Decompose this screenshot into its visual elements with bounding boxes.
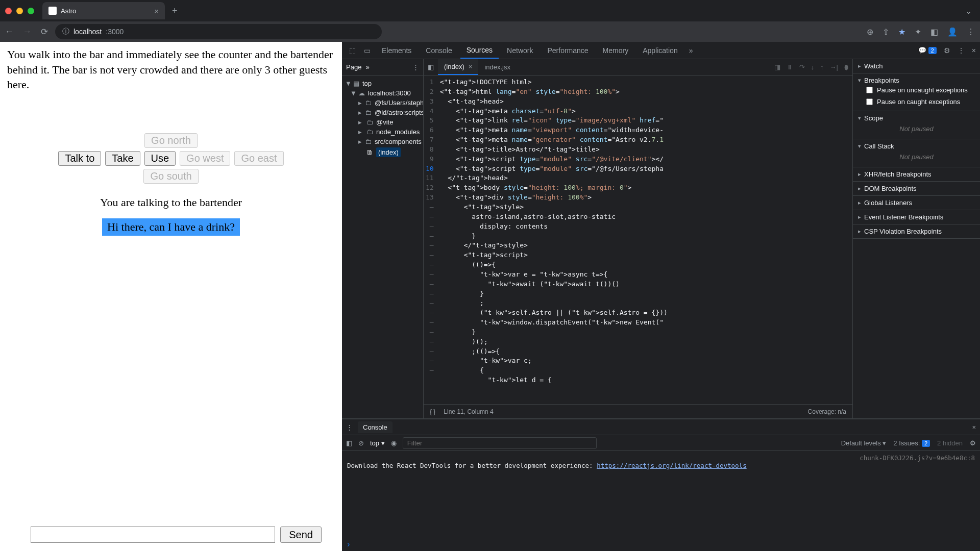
go-west-button[interactable]: Go west — [180, 151, 230, 166]
tab-memory[interactable]: Memory — [597, 42, 635, 59]
live-expression-icon[interactable]: ◉ — [391, 439, 397, 447]
section-callstack[interactable]: Call Stack — [864, 142, 894, 150]
console-output[interactable]: chunk-DFK0J226.js?v=9e6b4e8c:8 Download … — [342, 451, 980, 538]
command-input[interactable] — [31, 527, 275, 543]
talk-to-button[interactable]: Talk to — [58, 151, 101, 166]
share-icon[interactable]: ⇧ — [883, 27, 889, 37]
console-filter-input[interactable] — [403, 437, 597, 449]
section-global[interactable]: Global Listeners — [864, 199, 912, 207]
console-tab[interactable]: Console — [358, 421, 393, 433]
forward-icon[interactable]: → — [23, 27, 32, 37]
devtools-tabbar: ⬚ ▭ Elements Console Sources Network Per… — [342, 42, 980, 59]
console-prompt[interactable]: › — [342, 538, 980, 551]
tree-host[interactable]: localhost:3000 — [368, 89, 411, 97]
navigator-menu-icon[interactable]: ⋮ — [412, 63, 419, 71]
deactivate-breakpoints-icon[interactable]: ⬮ — [844, 63, 848, 71]
minimize-window-icon[interactable] — [16, 8, 23, 14]
section-scope[interactable]: Scope — [864, 114, 883, 122]
close-editor-tab-icon[interactable]: × — [469, 63, 473, 70]
tree-folder[interactable]: @vite — [376, 118, 393, 126]
clear-console-icon[interactable]: ⊘ — [358, 439, 364, 447]
more-tabs-icon[interactable]: » — [686, 46, 696, 55]
navigator-more-icon[interactable]: » — [365, 63, 369, 71]
tab-performance[interactable]: Performance — [541, 42, 594, 59]
section-dom[interactable]: DOM Breakpoints — [864, 185, 917, 192]
issues-indicator[interactable]: 💬2 — [918, 46, 937, 54]
device-toggle-icon[interactable]: ▭ — [361, 46, 374, 55]
toggle-sidebar-icon[interactable]: ◨ — [774, 63, 780, 71]
devtools-menu-icon[interactable]: ⋮ — [958, 46, 965, 55]
log-levels-dropdown[interactable]: Default levels ▾ — [841, 439, 887, 447]
go-north-button[interactable]: Go north — [144, 133, 198, 148]
section-breakpoints[interactable]: Breakpoints — [864, 77, 899, 84]
console-menu-icon[interactable]: ⋮ — [346, 423, 353, 431]
address-bar[interactable]: ⓘ localhost:3000 — [55, 24, 382, 39]
inspect-icon[interactable]: ⬚ — [346, 46, 359, 55]
source-editor: ◧ (index)× index.jsx ◨ ⏸ ↷ ↓ ↑ →| ⬮ — [424, 59, 852, 418]
close-devtools-icon[interactable]: × — [972, 46, 976, 55]
take-button[interactable]: Take — [105, 151, 140, 166]
editor-tab-index[interactable]: (index)× — [438, 59, 478, 75]
step-over-icon[interactable]: ↷ — [799, 63, 805, 71]
step-out-icon[interactable]: ↑ — [820, 63, 824, 71]
line-gutter[interactable]: 12345678910111213–––––––––––––––––– — [424, 76, 438, 404]
pause-uncaught-checkbox[interactable]: Pause on uncaught exceptions — [858, 84, 975, 96]
navigator-tab-page[interactable]: Page — [346, 63, 361, 71]
console-link[interactable]: https://reactjs.org/link/react-devtools — [597, 462, 747, 469]
section-csp[interactable]: CSP Violation Breakpoints — [864, 228, 942, 235]
close-drawer-icon[interactable]: × — [972, 423, 976, 431]
tree-file-index[interactable]: (index) — [376, 147, 401, 157]
send-button[interactable]: Send — [280, 527, 322, 543]
page-viewport: You walk into the bar and immediately se… — [0, 42, 342, 551]
use-button[interactable]: Use — [144, 151, 176, 166]
console-source[interactable]: chunk-DFK0J226.js?v=9e6b4e8c:8 — [860, 454, 975, 462]
tab-elements[interactable]: Elements — [376, 42, 418, 59]
step-into-icon[interactable]: ↓ — [811, 63, 815, 71]
zoom-icon[interactable]: ⊕ — [867, 27, 873, 37]
extensions-icon[interactable]: ✦ — [915, 27, 921, 37]
console-context[interactable]: top ▾ — [370, 439, 385, 447]
tree-folder[interactable]: @fs/Users/stepha — [375, 99, 423, 107]
step-icon[interactable]: →| — [830, 63, 838, 71]
go-south-button[interactable]: Go south — [143, 169, 198, 184]
tabbar-dropdown-icon[interactable]: ⌄ — [965, 6, 980, 16]
tree-folder[interactable]: src/components — [375, 138, 422, 145]
dialog-option[interactable]: Hi there, can I have a drink? — [102, 218, 240, 236]
pause-caught-checkbox[interactable]: Pause on caught exceptions — [858, 96, 975, 108]
section-event[interactable]: Event Listener Breakpoints — [864, 213, 943, 221]
toggle-navigator-icon[interactable]: ◧ — [424, 63, 438, 71]
tree-folder[interactable]: node_modules — [376, 128, 420, 136]
tab-sources[interactable]: Sources — [460, 42, 499, 59]
section-watch[interactable]: Watch — [864, 62, 883, 70]
tab-network[interactable]: Network — [501, 42, 539, 59]
tree-folder[interactable]: @id/astro:scripts — [375, 109, 423, 116]
profile-icon[interactable]: 👤 — [947, 27, 958, 37]
new-tab-button[interactable]: + — [165, 6, 185, 16]
close-window-icon[interactable] — [5, 8, 12, 14]
close-tab-icon[interactable]: × — [154, 7, 159, 15]
editor-tab-indexjsx[interactable]: index.jsx — [478, 59, 517, 75]
file-tree[interactable]: ▼▤top ▼☁localhost:3000 ▸🗀@fs/Users/steph… — [342, 76, 423, 418]
browser-tab[interactable]: Astro × — [42, 2, 165, 19]
menu-icon[interactable]: ⋮ — [967, 27, 975, 37]
console-settings-icon[interactable]: ⚙ — [970, 439, 976, 447]
tab-application[interactable]: Application — [636, 42, 684, 59]
go-east-button[interactable]: Go east — [234, 151, 283, 166]
bookmark-icon[interactable]: ★ — [898, 27, 905, 37]
console-issues[interactable]: 2 Issues: 2 — [893, 439, 930, 447]
site-info-icon[interactable]: ⓘ — [62, 27, 69, 36]
maximize-window-icon[interactable] — [28, 8, 34, 14]
reload-icon[interactable]: ⟳ — [41, 27, 48, 37]
tab-console[interactable]: Console — [420, 42, 458, 59]
scope-not-paused: Not paused — [858, 122, 975, 136]
tree-top[interactable]: top — [362, 80, 372, 87]
pause-icon[interactable]: ⏸ — [787, 63, 793, 71]
console-sidebar-icon[interactable]: ◧ — [346, 439, 352, 447]
back-icon[interactable]: ← — [5, 27, 14, 37]
issues-count: 2 — [928, 47, 937, 54]
section-xhr[interactable]: XHR/fetch Breakpoints — [864, 170, 932, 178]
format-icon[interactable]: { } — [430, 408, 435, 415]
code-content[interactable]: <"t-tag">!DOCTYPE html> <"t-tag">html la… — [438, 76, 852, 404]
settings-icon[interactable]: ⚙ — [944, 46, 950, 55]
sidepanel-icon[interactable]: ◧ — [930, 27, 938, 37]
